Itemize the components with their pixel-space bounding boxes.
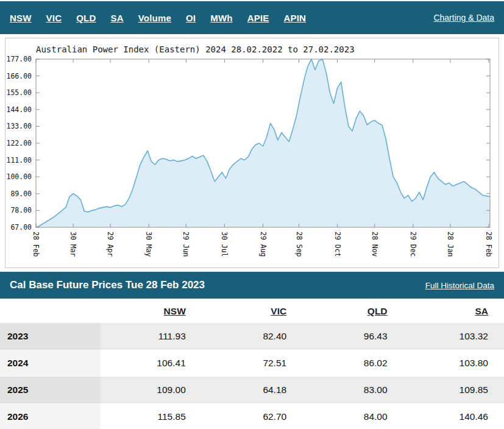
x-tick-label: 30 May xyxy=(144,232,153,257)
x-tick-label: 30 Jul xyxy=(220,232,229,257)
x-tick-label: 29 Aug xyxy=(259,232,268,257)
price-cell-2026-qld: 84.00 xyxy=(302,403,403,429)
price-row-2024: 2024106.4172.5186.02103.80 xyxy=(0,350,504,377)
year-cell-2023: 2023 xyxy=(0,323,101,350)
price-cell-2025-nsw: 109.00 xyxy=(101,377,201,403)
x-tick-label: 28 Jan xyxy=(446,232,455,257)
price-row-2023: 2023111.9382.4096.43103.32 xyxy=(0,323,504,350)
price-cell-2024-nsw: 106.41 xyxy=(101,350,201,377)
price-cell-2025-sa: 109.85 xyxy=(403,377,504,403)
nav-item-mwh[interactable]: MWh xyxy=(210,13,232,23)
price-area xyxy=(36,59,490,227)
x-tick-label: 30 Mar xyxy=(69,232,77,257)
year-cell-2024: 2024 xyxy=(0,350,101,377)
price-cell-2024-sa: 103.80 xyxy=(403,350,504,377)
nav-item-apie[interactable]: APIE xyxy=(247,13,269,23)
top-navbar: NSWVICQLDSAVolumeOIMWhAPIEAPIN Charting … xyxy=(0,1,504,34)
y-tick-label: 78.00 xyxy=(10,206,32,214)
charting-data-link[interactable]: Charting & Data xyxy=(433,13,494,23)
nav-item-apin[interactable]: APIN xyxy=(283,13,306,23)
column-header-nsw[interactable]: NSW xyxy=(101,299,201,323)
y-tick-label: 144.00 xyxy=(6,105,32,114)
price-chart: 67.0078.0089.00100.00111.00122.00133.001… xyxy=(5,54,499,266)
nav-item-sa[interactable]: SA xyxy=(110,13,123,23)
x-tick-label: 29 Jun xyxy=(182,232,190,257)
y-tick-label: 67.00 xyxy=(10,223,32,232)
y-tick-label: 166.00 xyxy=(6,72,32,80)
price-cell-2024-qld: 86.02 xyxy=(302,350,403,377)
x-tick-label: 28 Sep xyxy=(295,232,303,257)
price-cell-2024-vic: 72.51 xyxy=(202,350,302,377)
x-tick-label: 28 Nov xyxy=(371,232,379,257)
nav-item-volume[interactable]: Volume xyxy=(138,13,171,23)
price-cell-2026-sa: 140.46 xyxy=(403,403,504,429)
price-cell-2023-nsw: 111.93 xyxy=(101,323,201,350)
y-tick-label: 155.00 xyxy=(6,88,32,97)
column-header-sa[interactable]: SA xyxy=(403,299,504,323)
nav-links: NSWVICQLDSAVolumeOIMWhAPIEAPIN xyxy=(10,13,321,23)
x-tick-label: 29 Oct xyxy=(333,232,342,257)
price-table: NSWVICQLDSA 2023111.9382.4096.43103.3220… xyxy=(0,299,504,429)
y-tick-label: 133.00 xyxy=(6,122,32,130)
y-tick-label: 177.00 xyxy=(6,55,32,63)
price-cell-2025-qld: 83.00 xyxy=(302,377,403,403)
price-table-body: 2023111.9382.4096.43103.322024106.4172.5… xyxy=(0,323,504,429)
nav-item-nsw[interactable]: NSW xyxy=(10,13,32,23)
y-tick-label: 122.00 xyxy=(6,139,32,147)
x-tick-label: 29 Dec xyxy=(409,232,417,257)
price-row-2025: 2025109.0064.1883.00109.85 xyxy=(0,377,504,403)
full-historical-data-link[interactable]: Full Historical Data xyxy=(425,281,494,290)
futures-section-header: Cal Base Future Prices Tue 28 Feb 2023 F… xyxy=(0,272,504,299)
x-tick-label: 28 Feb xyxy=(32,232,40,257)
price-cell-2023-qld: 96.43 xyxy=(302,323,403,350)
chart-title: Australian Power Index (Eastern) 2024 28… xyxy=(36,44,499,54)
y-tick-label: 100.00 xyxy=(6,172,32,181)
column-header-vic[interactable]: VIC xyxy=(202,299,302,323)
price-cell-2023-vic: 82.40 xyxy=(202,323,302,350)
x-tick-label: 29 Apr xyxy=(106,232,115,257)
chart-card: Australian Power Index (Eastern) 2024 28… xyxy=(5,38,499,268)
y-tick-label: 89.00 xyxy=(10,190,32,198)
price-cell-2026-nsw: 115.85 xyxy=(101,403,201,429)
price-cell-2023-sa: 103.32 xyxy=(403,323,504,350)
price-table-header-row: NSWVICQLDSA xyxy=(0,299,504,323)
year-cell-2025: 2025 xyxy=(0,377,101,403)
x-tick-label: 28 Feb xyxy=(484,232,493,257)
futures-section-title: Cal Base Future Prices Tue 28 Feb 2023 xyxy=(10,279,205,291)
y-tick-label: 111.00 xyxy=(6,156,32,165)
year-column-header xyxy=(0,299,101,323)
nav-item-vic[interactable]: VIC xyxy=(46,13,62,23)
price-cell-2026-vic: 62.70 xyxy=(202,403,302,429)
nav-item-qld[interactable]: QLD xyxy=(76,13,96,23)
nav-item-oi[interactable]: OI xyxy=(186,13,196,23)
price-cell-2025-vic: 64.18 xyxy=(202,377,302,403)
year-cell-2026: 2026 xyxy=(0,403,101,429)
column-header-qld[interactable]: QLD xyxy=(302,299,403,323)
price-row-2026: 2026115.8562.7084.00140.46 xyxy=(0,403,504,429)
